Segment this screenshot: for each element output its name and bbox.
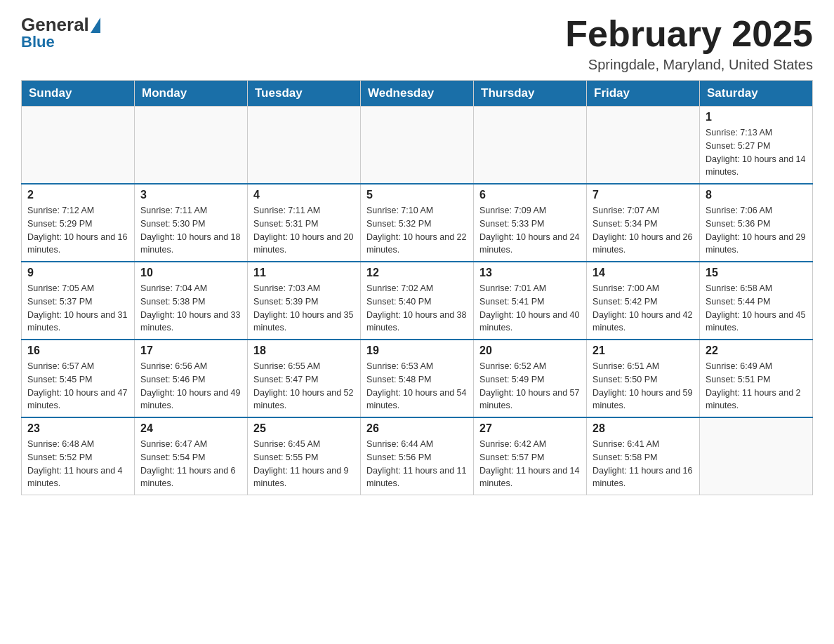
calendar-day-cell: 20Sunrise: 6:52 AM Sunset: 5:49 PM Dayli… — [474, 340, 587, 417]
day-info: Sunrise: 6:48 AM Sunset: 5:52 PM Dayligh… — [27, 438, 128, 490]
calendar-day-cell: 18Sunrise: 6:55 AM Sunset: 5:47 PM Dayli… — [248, 340, 361, 417]
calendar-week-row: 2Sunrise: 7:12 AM Sunset: 5:29 PM Daylig… — [22, 184, 813, 262]
logo-second-row: Blue — [21, 33, 55, 51]
day-info: Sunrise: 7:07 AM Sunset: 5:34 PM Dayligh… — [593, 204, 694, 257]
calendar-week-row: 1Sunrise: 7:13 AM Sunset: 5:27 PM Daylig… — [22, 107, 813, 185]
day-number: 4 — [253, 189, 355, 201]
day-number: 25 — [253, 422, 355, 435]
calendar-day-cell: 19Sunrise: 6:53 AM Sunset: 5:48 PM Dayli… — [361, 340, 474, 417]
day-number: 28 — [593, 422, 694, 435]
day-info: Sunrise: 6:58 AM Sunset: 5:44 PM Dayligh… — [706, 282, 807, 335]
calendar-header-row: SundayMondayTuesdayWednesdayThursdayFrid… — [22, 81, 813, 107]
day-info: Sunrise: 7:10 AM Sunset: 5:32 PM Dayligh… — [366, 204, 468, 257]
calendar-day-cell — [587, 107, 700, 185]
day-number: 11 — [253, 267, 355, 279]
calendar-day-cell — [22, 107, 135, 185]
page-header: General Blue February 2025 Springdale, M… — [21, 14, 813, 73]
day-info: Sunrise: 6:57 AM Sunset: 5:45 PM Dayligh… — [27, 360, 128, 412]
calendar-day-cell: 15Sunrise: 6:58 AM Sunset: 5:44 PM Dayli… — [700, 262, 813, 340]
calendar-day-cell: 17Sunrise: 6:56 AM Sunset: 5:46 PM Dayli… — [135, 340, 248, 417]
calendar-day-cell: 24Sunrise: 6:47 AM Sunset: 5:54 PM Dayli… — [135, 417, 248, 495]
day-number: 22 — [706, 344, 807, 357]
day-number: 1 — [706, 111, 807, 123]
day-number: 24 — [140, 422, 241, 435]
day-info: Sunrise: 6:45 AM Sunset: 5:55 PM Dayligh… — [253, 438, 355, 490]
day-info: Sunrise: 7:03 AM Sunset: 5:39 PM Dayligh… — [253, 282, 355, 335]
calendar-day-cell: 13Sunrise: 7:01 AM Sunset: 5:41 PM Dayli… — [474, 262, 587, 340]
calendar-day-cell: 2Sunrise: 7:12 AM Sunset: 5:29 PM Daylig… — [22, 184, 135, 262]
day-number: 16 — [27, 344, 128, 357]
calendar-day-cell: 14Sunrise: 7:00 AM Sunset: 5:42 PM Dayli… — [587, 262, 700, 340]
day-number: 20 — [479, 344, 581, 357]
calendar-day-cell: 25Sunrise: 6:45 AM Sunset: 5:55 PM Dayli… — [248, 417, 361, 495]
title-area: February 2025 Springdale, Maryland, Unit… — [565, 14, 813, 73]
day-info: Sunrise: 7:01 AM Sunset: 5:41 PM Dayligh… — [479, 282, 581, 335]
day-info: Sunrise: 7:11 AM Sunset: 5:30 PM Dayligh… — [140, 204, 241, 257]
calendar-week-row: 16Sunrise: 6:57 AM Sunset: 5:45 PM Dayli… — [22, 340, 813, 417]
day-info: Sunrise: 7:09 AM Sunset: 5:33 PM Dayligh… — [479, 204, 581, 257]
logo: General Blue — [21, 14, 100, 51]
calendar-day-cell: 4Sunrise: 7:11 AM Sunset: 5:31 PM Daylig… — [248, 184, 361, 262]
day-number: 6 — [479, 189, 581, 201]
calendar-day-cell: 1Sunrise: 7:13 AM Sunset: 5:27 PM Daylig… — [700, 107, 813, 185]
day-number: 21 — [593, 344, 694, 357]
day-info: Sunrise: 7:12 AM Sunset: 5:29 PM Dayligh… — [27, 204, 128, 257]
day-info: Sunrise: 7:00 AM Sunset: 5:42 PM Dayligh… — [593, 282, 694, 335]
day-info: Sunrise: 7:11 AM Sunset: 5:31 PM Dayligh… — [253, 204, 355, 257]
day-info: Sunrise: 7:06 AM Sunset: 5:36 PM Dayligh… — [706, 204, 807, 257]
day-info: Sunrise: 6:55 AM Sunset: 5:47 PM Dayligh… — [253, 360, 355, 412]
day-info: Sunrise: 6:42 AM Sunset: 5:57 PM Dayligh… — [479, 438, 581, 490]
calendar-day-cell: 6Sunrise: 7:09 AM Sunset: 5:33 PM Daylig… — [474, 184, 587, 262]
day-number: 9 — [27, 267, 128, 279]
day-info: Sunrise: 7:13 AM Sunset: 5:27 PM Dayligh… — [706, 126, 807, 179]
calendar-day-cell: 11Sunrise: 7:03 AM Sunset: 5:39 PM Dayli… — [248, 262, 361, 340]
calendar-day-header: Tuesday — [248, 81, 361, 107]
calendar-day-cell: 16Sunrise: 6:57 AM Sunset: 5:45 PM Dayli… — [22, 340, 135, 417]
day-info: Sunrise: 6:51 AM Sunset: 5:50 PM Dayligh… — [593, 360, 694, 412]
calendar-day-cell: 10Sunrise: 7:04 AM Sunset: 5:38 PM Dayli… — [135, 262, 248, 340]
calendar-day-header: Monday — [135, 81, 248, 107]
day-number: 27 — [479, 422, 581, 435]
day-info: Sunrise: 6:49 AM Sunset: 5:51 PM Dayligh… — [706, 360, 807, 412]
day-number: 17 — [140, 344, 241, 357]
day-info: Sunrise: 6:53 AM Sunset: 5:48 PM Dayligh… — [366, 360, 468, 412]
calendar-day-header: Wednesday — [361, 81, 474, 107]
calendar-day-header: Saturday — [700, 81, 813, 107]
logo-blue-text: Blue — [21, 33, 55, 51]
calendar-day-cell: 3Sunrise: 7:11 AM Sunset: 5:30 PM Daylig… — [135, 184, 248, 262]
calendar-day-cell: 12Sunrise: 7:02 AM Sunset: 5:40 PM Dayli… — [361, 262, 474, 340]
calendar-day-cell: 8Sunrise: 7:06 AM Sunset: 5:36 PM Daylig… — [700, 184, 813, 262]
day-number: 5 — [366, 189, 468, 201]
day-info: Sunrise: 6:52 AM Sunset: 5:49 PM Dayligh… — [479, 360, 581, 412]
day-number: 8 — [706, 189, 807, 201]
day-info: Sunrise: 7:02 AM Sunset: 5:40 PM Dayligh… — [366, 282, 468, 335]
day-info: Sunrise: 7:04 AM Sunset: 5:38 PM Dayligh… — [140, 282, 241, 335]
calendar-day-cell — [474, 107, 587, 185]
calendar-week-row: 23Sunrise: 6:48 AM Sunset: 5:52 PM Dayli… — [22, 417, 813, 495]
day-number: 19 — [366, 344, 468, 357]
calendar-day-cell: 9Sunrise: 7:05 AM Sunset: 5:37 PM Daylig… — [22, 262, 135, 340]
day-number: 2 — [27, 189, 128, 201]
day-number: 23 — [27, 422, 128, 435]
logo-triangle-icon — [91, 18, 100, 33]
calendar-day-cell: 27Sunrise: 6:42 AM Sunset: 5:57 PM Dayli… — [474, 417, 587, 495]
calendar-day-header: Friday — [587, 81, 700, 107]
calendar-day-cell: 28Sunrise: 6:41 AM Sunset: 5:58 PM Dayli… — [587, 417, 700, 495]
day-number: 7 — [593, 189, 694, 201]
day-number: 26 — [366, 422, 468, 435]
day-number: 10 — [140, 267, 241, 279]
calendar-week-row: 9Sunrise: 7:05 AM Sunset: 5:37 PM Daylig… — [22, 262, 813, 340]
day-info: Sunrise: 7:05 AM Sunset: 5:37 PM Dayligh… — [27, 282, 128, 335]
calendar-day-cell — [700, 417, 813, 495]
day-number: 15 — [706, 267, 807, 279]
calendar-day-cell: 22Sunrise: 6:49 AM Sunset: 5:51 PM Dayli… — [700, 340, 813, 417]
day-number: 18 — [253, 344, 355, 357]
calendar-day-cell: 21Sunrise: 6:51 AM Sunset: 5:50 PM Dayli… — [587, 340, 700, 417]
day-info: Sunrise: 6:41 AM Sunset: 5:58 PM Dayligh… — [593, 438, 694, 490]
calendar-subtitle: Springdale, Maryland, United States — [565, 57, 813, 73]
calendar-day-cell: 26Sunrise: 6:44 AM Sunset: 5:56 PM Dayli… — [361, 417, 474, 495]
day-info: Sunrise: 6:47 AM Sunset: 5:54 PM Dayligh… — [140, 438, 241, 490]
calendar-title: February 2025 — [565, 14, 813, 54]
day-number: 13 — [479, 267, 581, 279]
calendar-day-header: Sunday — [22, 81, 135, 107]
